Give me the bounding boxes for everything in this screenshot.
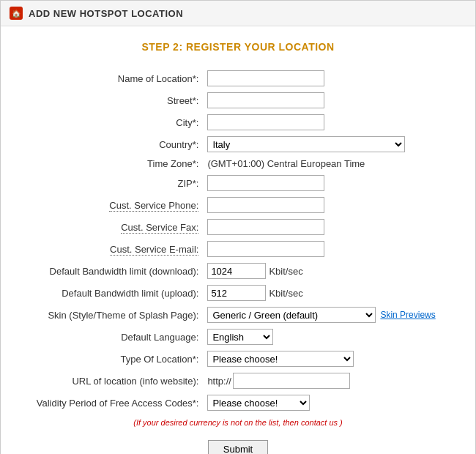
label-cust-fax-text: Cust. Service Fax: — [121, 222, 198, 234]
currency-note: (If your desired currency is not on the … — [23, 418, 453, 427]
form-table: Name of Location*: Street*: City*: Count… — [23, 67, 453, 414]
label-cust-email: Cust. Service E-mail: — [23, 238, 204, 260]
label-name-of-location: Name of Location*: — [23, 67, 204, 89]
label-url: URL of location (info website): — [23, 370, 204, 392]
title-bar: 🏠 ADD NEW HOTSPOT LOCATION — [1, 1, 475, 26]
row-zip: ZIP*: — [23, 172, 453, 194]
label-cust-fax: Cust. Service Fax: — [23, 216, 204, 238]
field-country: Italy — [204, 133, 453, 155]
field-bandwidth-download: Kbit/sec — [204, 260, 453, 282]
input-street[interactable] — [207, 92, 324, 108]
url-row: http:// — [207, 373, 450, 389]
row-bandwidth-download: Default Bandwidth limit (download): Kbit… — [23, 260, 453, 282]
submit-row — [23, 440, 453, 454]
row-validity: Validity Period of Free Access Codes*: P… — [23, 392, 453, 414]
row-street: Street*: — [23, 89, 453, 111]
select-type-of-location[interactable]: Please choose! — [207, 351, 354, 367]
label-type-of-location: Type Of Location*: — [23, 348, 204, 370]
label-bandwidth-download: Default Bandwidth limit (download): — [23, 260, 204, 282]
form-content: STEP 2: REGISTER YOUR LOCATION Name of L… — [1, 26, 475, 454]
main-window: 🏠 ADD NEW HOTSPOT LOCATION STEP 2: REGIS… — [0, 0, 476, 454]
label-zip: ZIP*: — [23, 172, 204, 194]
label-country: Country*: — [23, 133, 204, 155]
row-language: Default Language: English — [23, 326, 453, 348]
field-cust-email — [204, 238, 453, 260]
row-url: URL of location (info website): http:// — [23, 370, 453, 392]
row-cust-phone: Cust. Service Phone: — [23, 194, 453, 216]
field-city — [204, 111, 453, 133]
field-bandwidth-upload: Kbit/sec — [204, 282, 453, 304]
field-validity: Please choose! — [204, 392, 453, 414]
row-timezone: Time Zone*: (GMT+01:00) Central European… — [23, 155, 453, 172]
row-type-of-location: Type Of Location*: Please choose! — [23, 348, 453, 370]
title-bar-text: ADD NEW HOTSPOT LOCATION — [29, 8, 183, 19]
input-cust-phone[interactable] — [207, 197, 324, 213]
label-language: Default Language: — [23, 326, 204, 348]
row-bandwidth-upload: Default Bandwidth limit (upload): Kbit/s… — [23, 282, 453, 304]
input-city[interactable] — [207, 114, 324, 130]
submit-button[interactable] — [208, 440, 268, 454]
unit-upload: Kbit/sec — [269, 288, 302, 299]
input-zip[interactable] — [207, 175, 324, 191]
row-country: Country*: Italy — [23, 133, 453, 155]
label-city: City*: — [23, 111, 204, 133]
skin-previews-link[interactable]: Skin Previews — [380, 310, 435, 320]
bandwidth-upload-row: Kbit/sec — [207, 285, 450, 301]
label-bandwidth-upload: Default Bandwidth limit (upload): — [23, 282, 204, 304]
hotspot-icon: 🏠 — [10, 7, 23, 20]
label-skin: Skin (Style/Theme of Splash Page): — [23, 304, 204, 326]
select-language[interactable]: English — [207, 329, 273, 345]
label-cust-phone: Cust. Service Phone: — [23, 194, 204, 216]
field-type-of-location: Please choose! — [204, 348, 453, 370]
field-language: English — [204, 326, 453, 348]
select-country[interactable]: Italy — [207, 136, 405, 152]
row-skin: Skin (Style/Theme of Splash Page): Gener… — [23, 304, 453, 326]
label-timezone: Time Zone*: — [23, 155, 204, 172]
field-name-of-location — [204, 67, 453, 89]
timezone-value: (GMT+01:00) Central European Time — [207, 158, 365, 169]
row-cust-fax: Cust. Service Fax: — [23, 216, 453, 238]
field-zip — [204, 172, 453, 194]
label-validity: Validity Period of Free Access Codes*: — [23, 392, 204, 414]
field-cust-phone — [204, 194, 453, 216]
row-cust-email: Cust. Service E-mail: — [23, 238, 453, 260]
input-url[interactable] — [233, 373, 350, 389]
step-title: STEP 2: REGISTER YOUR LOCATION — [23, 41, 453, 53]
row-city: City*: — [23, 111, 453, 133]
row-name-of-location: Name of Location*: — [23, 67, 453, 89]
label-cust-email-text: Cust. Service E-mail: — [110, 244, 198, 256]
field-url: http:// — [204, 370, 453, 392]
input-cust-fax[interactable] — [207, 219, 324, 235]
input-name-of-location[interactable] — [207, 70, 324, 86]
field-street — [204, 89, 453, 111]
field-skin: Generic / Green (default) Skin Previews — [204, 304, 453, 326]
input-bandwidth-download[interactable] — [207, 263, 266, 279]
label-street: Street*: — [23, 89, 204, 111]
field-cust-fax — [204, 216, 453, 238]
url-prefix: http:// — [207, 376, 231, 387]
bandwidth-download-row: Kbit/sec — [207, 263, 450, 279]
input-bandwidth-upload[interactable] — [207, 285, 266, 301]
select-skin[interactable]: Generic / Green (default) — [207, 307, 376, 323]
skin-row: Generic / Green (default) Skin Previews — [207, 307, 450, 323]
select-validity[interactable]: Please choose! — [207, 395, 310, 411]
input-cust-email[interactable] — [207, 241, 324, 257]
label-cust-phone-text: Cust. Service Phone: — [109, 200, 198, 212]
unit-download: Kbit/sec — [269, 266, 302, 277]
field-timezone: (GMT+01:00) Central European Time — [204, 155, 453, 172]
